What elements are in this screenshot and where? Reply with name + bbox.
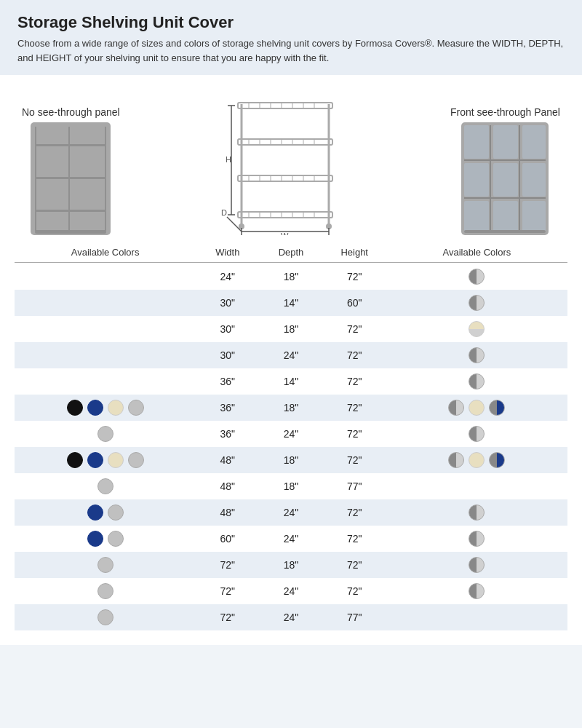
left-colors-header: Available Colors [15,242,196,263]
height-value: 77" [323,473,386,499]
right-colors-cell [386,421,567,447]
color-dot-half-gray[interactable] [469,557,485,573]
table-section: Available Colors Width Depth Height Avai… [0,242,582,645]
width-value: 72" [196,578,259,604]
svg-text:D: D [221,208,227,217]
color-dot-light-gray[interactable] [128,452,144,468]
width-value: 30" [196,342,259,368]
color-dot-half-gray[interactable] [469,426,485,442]
width-value: 24" [196,264,259,290]
color-dot-light-gray[interactable] [128,400,144,416]
color-dot-cream[interactable] [108,452,124,468]
svg-rect-3 [35,210,106,212]
height-value: 72" [323,552,386,578]
depth-value: 18" [259,473,322,499]
color-dot-half-gray[interactable] [469,269,485,285]
depth-header: Depth [259,242,322,263]
table-row: 36"24"72" [15,421,567,447]
color-dot-light-gray[interactable] [108,531,124,547]
color-dot-light-gray[interactable] [97,426,113,442]
svg-rect-5 [68,127,70,231]
width-value: 72" [196,552,259,578]
left-colors-cell [15,316,196,342]
color-dot-black[interactable] [67,400,83,416]
color-dot-half-gray[interactable] [469,531,485,547]
height-value: 72" [323,447,386,473]
color-dot-navy[interactable] [87,531,103,547]
svg-rect-4 [35,127,36,231]
svg-rect-2 [35,177,106,179]
left-colors-cell [15,421,196,447]
front-panel-label: Front see-through Panel [450,106,560,118]
height-value: 72" [323,578,386,604]
svg-rect-66 [493,201,518,232]
left-colors-cell [15,447,196,473]
color-dot-half-gray[interactable] [469,347,485,363]
color-dot-half-gray[interactable] [469,295,485,311]
depth-value: 14" [259,290,322,316]
left-colors-cell [15,604,196,630]
color-dot-cream[interactable] [469,400,485,416]
right-colors-cell [386,316,567,342]
color-dot-light-gray[interactable] [97,478,113,494]
right-colors-cell [386,447,567,473]
svg-rect-10 [238,103,332,108]
color-dot-navy[interactable] [87,400,103,416]
width-value: 48" [196,499,259,526]
color-dot-light-gray[interactable] [97,609,113,625]
depth-value: 24" [259,526,322,552]
color-dot-black[interactable] [67,452,83,468]
right-colors-cell [386,604,567,630]
color-dot-light-gray[interactable] [97,557,113,573]
svg-rect-62 [464,163,489,197]
color-dot-half-gray[interactable] [469,583,485,599]
right-colors-cell [386,552,567,578]
width-value: 60" [196,526,259,552]
color-dot-light-gray[interactable] [108,505,124,521]
color-dot-light-gray[interactable] [97,583,113,599]
depth-value: 18" [259,552,322,578]
left-colors-cell [15,473,196,499]
no-panel-cover [31,122,111,235]
depth-value: 24" [259,604,322,630]
right-colors-cell [386,578,567,604]
color-dot-navy[interactable] [87,505,103,521]
left-colors-cell [15,552,196,578]
table-row: 72"24"77" [15,604,567,630]
color-dot-half-cream[interactable] [469,321,485,337]
color-dot-cream[interactable] [108,400,124,416]
color-dot-half-gray[interactable] [469,373,485,389]
svg-rect-60 [493,125,518,159]
color-dot-cream[interactable] [469,452,485,468]
color-dot-half-gray[interactable] [469,505,485,521]
depth-value: 24" [259,578,322,604]
table-header-row: Available Colors Width Depth Height Avai… [15,242,567,263]
color-dot-navy[interactable] [87,452,103,468]
width-value: 36" [196,368,259,395]
right-colors-cell [386,395,567,421]
color-dot-half-gray[interactable] [448,452,464,468]
right-colors-header: Available Colors [386,242,567,263]
no-panel-diagram: No see-through panel [22,106,120,235]
width-value: 36" [196,421,259,447]
height-value: 72" [323,526,386,552]
color-dot-half-navy[interactable] [489,400,505,416]
width-value: 72" [196,604,259,630]
svg-rect-65 [464,201,489,232]
color-dot-half-gray[interactable] [448,400,464,416]
svg-text:H: H [226,155,231,164]
svg-rect-59 [464,125,489,159]
right-colors-cell [386,264,567,290]
depth-value: 18" [259,264,322,290]
width-value: 48" [196,473,259,499]
right-colors-cell [386,526,567,552]
depth-value: 24" [259,342,322,368]
height-value: 72" [323,395,386,421]
shelf-diagram: H W D [220,90,351,235]
height-value: 72" [323,264,386,290]
svg-text:W: W [281,232,289,235]
right-colors-cell [386,342,567,368]
color-dot-half-navy[interactable] [489,452,505,468]
svg-rect-18 [238,139,332,145]
right-colors-cell [386,473,567,499]
